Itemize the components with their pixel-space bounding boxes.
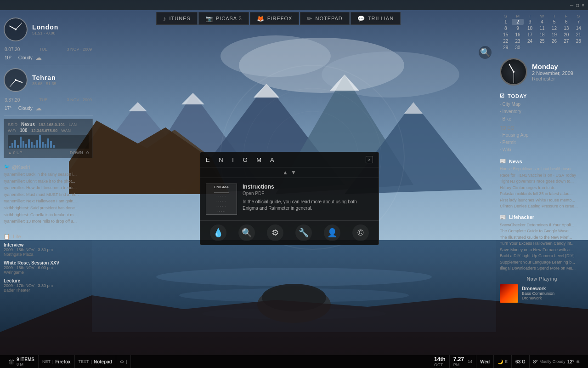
cal-day[interactable]: 27	[560, 38, 572, 44]
weather-item: 8° Mostly Cloudy 12° ❄	[530, 355, 583, 368]
taskbar-item-firefox[interactable]: 🦊FIREFOX	[250, 12, 300, 25]
taskbar-item-itunes[interactable]: ♪ITUNES	[156, 12, 198, 25]
taskbar-item-picasa[interactable]: 📷PICASA 3	[198, 12, 249, 25]
left-panel: London 51.51 · -0.08 0.07.20 TUE 3 NOV ·…	[0, 14, 96, 302]
lifehacker-item[interactable]: Illegal Downloaders Spend More on Mu...	[500, 265, 584, 272]
minimize-btn[interactable]: ─	[570, 3, 573, 8]
right-panel: SMTWTFS123456789101112131415161718192021…	[496, 10, 588, 306]
cal-day[interactable]: 24	[524, 38, 536, 44]
graph-bar	[50, 141, 52, 148]
enigma-close-button[interactable]: ×	[366, 156, 373, 163]
enigma-filetype[interactable]: Open PDF	[243, 191, 373, 196]
enigma-tool-copyright[interactable]: ©	[352, 224, 369, 241]
clock-center-london	[15, 29, 17, 30]
graph-bar	[11, 143, 13, 148]
maximize-btn[interactable]: □	[576, 3, 579, 8]
graph-bar	[31, 142, 33, 148]
close-btn[interactable]: ×	[582, 3, 584, 8]
trillian-label: TRILLIAN	[368, 16, 394, 21]
cal-day[interactable]: 29	[500, 45, 511, 51]
news-item[interactable]: Pakistan militants kill 35 in latest att…	[500, 191, 584, 197]
cal-day[interactable]: 25	[536, 38, 548, 44]
settings-item[interactable]: ⚙ |	[116, 355, 131, 368]
big-clock-date: 2 November, 2009	[532, 70, 573, 76]
browser-name: Firefox	[55, 359, 70, 364]
twitter-bird-icon: 🐦	[4, 164, 10, 170]
taskbar-item-trillian[interactable]: 💬TRILLIAN	[351, 12, 401, 25]
cal-day[interactable]: 15	[500, 32, 511, 38]
cal-day[interactable]: 18	[536, 32, 548, 38]
cal-day[interactable]: 26	[548, 38, 560, 44]
todo-item: · Permit	[500, 139, 584, 146]
trash-icon: 🗑	[8, 358, 15, 365]
clock-city-london: London	[32, 23, 93, 31]
text-label: TEXT	[79, 359, 89, 364]
taskbar: ♪ITUNES📷PICASA 3🦊FIREFOX✏NOTEPAD💬TRILLIA…	[156, 10, 588, 27]
hour-hand-tehran	[16, 80, 23, 83]
cal-day[interactable]: 22	[500, 38, 511, 44]
cal-day[interactable]: 16	[512, 32, 523, 38]
trash-size: 8 M	[17, 362, 34, 367]
news-item[interactable]: Hillary Clinton urges Iran to dr...	[500, 185, 584, 191]
nowplaying-section-title: Now Playing	[500, 276, 584, 282]
tweet-item: ryanemiller: Next Halloween I am goin...	[4, 198, 93, 204]
firefox-label: FIREFOX	[267, 16, 293, 21]
todo-section-title: TO DO	[500, 126, 584, 131]
news-item[interactable]: Tight NJ governor's race goes down to...	[500, 178, 584, 185]
enigma-tool-water[interactable]: 💧	[210, 224, 226, 241]
cal-day[interactable]: 21	[573, 32, 584, 38]
clock-city-tehran: Tehran	[32, 74, 93, 81]
today-item: · Inventory	[500, 108, 584, 115]
analog-clock-tehran	[4, 68, 28, 92]
notepad-item[interactable]: TEXT | Notepad	[75, 355, 116, 368]
lifehacker-items: SnowChecker Determines If Your Appli...T…	[500, 222, 584, 272]
cal-day[interactable]: 23	[512, 38, 523, 44]
album-art	[500, 284, 518, 303]
browser-item[interactable]: NET | Firefox	[39, 355, 75, 368]
taskbar-item-notepad[interactable]: ✏NOTEPAD	[300, 12, 349, 25]
news-item[interactable]: First lady launches White House mento...	[500, 197, 584, 204]
minute-hand-london	[16, 23, 22, 30]
clock-day-london: TUE	[39, 47, 47, 52]
cal-day[interactable]: 28	[573, 38, 584, 44]
clock-date-london: 3 NOV · 2009	[67, 47, 92, 52]
lifehacker-item[interactable]: SnowChecker Determines If Your Appli...	[500, 222, 584, 229]
divider-1	[4, 65, 93, 65]
tweet-item: ryanemiller: Back in the rainy season i.…	[4, 172, 93, 178]
enigma-tool-search[interactable]: 🔍	[238, 224, 255, 241]
lifehacker-item[interactable]: Save Money on a New Furnace with a...	[500, 247, 584, 253]
lifehacker-item[interactable]: Supplement Your Language Learning b...	[500, 259, 584, 266]
scroll-up-btn[interactable]: ▲	[283, 169, 288, 176]
lifehacker-item[interactable]: The Complete Guide to Google Wave...	[500, 228, 584, 235]
clock-time-london: 0.07.20	[5, 47, 20, 52]
big-clock-center	[513, 71, 514, 73]
up-label: ▲ 0 UP	[8, 150, 22, 155]
search-icon[interactable]: 🔍	[479, 46, 492, 59]
snow-icon: ❄	[576, 359, 580, 364]
cal-day[interactable]: 20	[560, 32, 572, 38]
temp-high: 12°	[567, 359, 574, 364]
scroll-down-btn[interactable]: ▼	[291, 169, 296, 176]
storage-item: 63 G	[512, 355, 530, 368]
twitter-feed: ryanemiller: Back in the rainy season i.…	[4, 172, 93, 224]
tweet-item: sixthbrightest: Capella is in freakout m…	[4, 212, 93, 218]
big-clock-widget: Monday 2 November, 2009 Rochester	[500, 55, 584, 88]
lifehacker-item[interactable]: Build a DIY Light-Up Camera Level [DIY]	[500, 253, 584, 259]
enigma-tool-wrench[interactable]: 🔧	[295, 224, 312, 241]
cal-day[interactable]: 17	[524, 32, 536, 38]
tweet-item: ryanemiller: How do I become a trendi...	[4, 185, 93, 191]
news-item[interactable]: Clinton Denies Easing Pressure on Israe.…	[500, 203, 584, 210]
now-playing-artist: Bass Communion	[522, 291, 554, 296]
cal-day[interactable]: 30	[512, 45, 523, 51]
graph-bar	[28, 139, 30, 148]
date-month: OCT	[434, 362, 446, 367]
today-widget: ☑ TODAY · City Map· Inventory· Bike TO D…	[500, 93, 584, 154]
enigma-tool-settings[interactable]: ⚙	[267, 224, 283, 241]
news-item[interactable]: Race for H1N1 vaccine is on · USA Today	[500, 172, 584, 179]
graph-bar	[53, 145, 55, 148]
lifehacker-item[interactable]: Turn Your Excess Halloween Candy int...	[500, 241, 584, 247]
enigma-tool-user[interactable]: 👤	[324, 224, 340, 241]
news-highlight[interactable]: House Republicans roll out health insur.…	[500, 166, 584, 172]
lifehacker-item[interactable]: The Illustrated Guide to the New Firef..…	[500, 235, 584, 241]
cal-day[interactable]: 19	[548, 32, 560, 38]
